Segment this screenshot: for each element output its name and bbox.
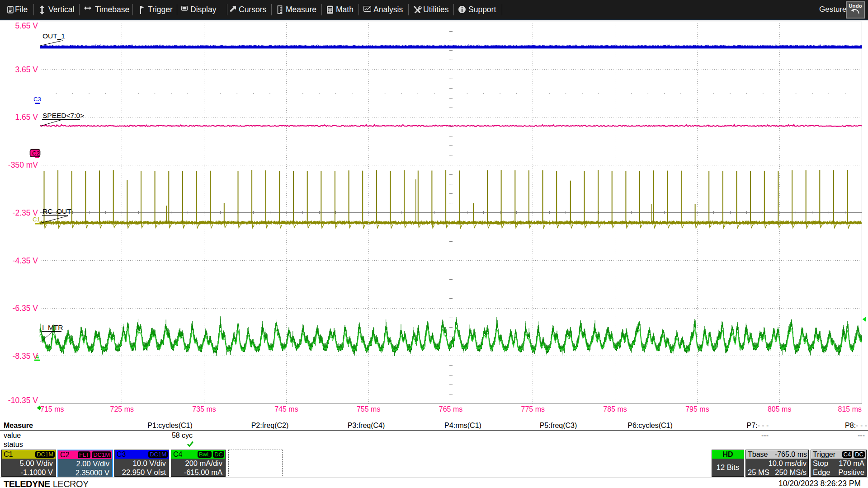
svg-text:5.65 V: 5.65 V — [15, 21, 38, 30]
svg-text:OUT_1: OUT_1 — [42, 32, 65, 40]
svg-text:C1: C1 — [33, 216, 40, 223]
svg-text:RC_OUT: RC_OUT — [42, 207, 71, 215]
svg-text:735 ms: 735 ms — [192, 405, 216, 413]
svg-text:725 ms: 725 ms — [110, 405, 134, 413]
svg-text:795 ms: 795 ms — [685, 405, 709, 413]
svg-text:815 ms: 815 ms — [838, 405, 862, 413]
svg-text:-8.35 V: -8.35 V — [13, 352, 38, 361]
svg-text:C2: C2 — [32, 150, 40, 157]
svg-text:-6.35 V: -6.35 V — [13, 304, 38, 313]
svg-text:785 ms: 785 ms — [603, 405, 627, 413]
svg-text:C3: C3 — [33, 96, 41, 103]
svg-text:745 ms: 745 ms — [274, 405, 298, 413]
svg-text:755 ms: 755 ms — [357, 405, 380, 413]
svg-text:-10.35 V: -10.35 V — [8, 396, 38, 405]
svg-text:I_MTR: I_MTR — [42, 324, 63, 331]
svg-text:715 ms: 715 ms — [40, 405, 64, 413]
svg-text:1.65 V: 1.65 V — [15, 113, 38, 122]
svg-text:SPEED<7:0>: SPEED<7:0> — [42, 112, 84, 119]
svg-text:-4.35 V: -4.35 V — [13, 256, 38, 265]
svg-text:805 ms: 805 ms — [768, 405, 791, 413]
svg-text:765 ms: 765 ms — [439, 405, 462, 413]
svg-text:775 ms: 775 ms — [521, 405, 545, 413]
svg-text:3.65 V: 3.65 V — [15, 65, 38, 74]
svg-text:4: 4 — [36, 353, 39, 360]
svg-text:-350 mV: -350 mV — [8, 160, 38, 169]
